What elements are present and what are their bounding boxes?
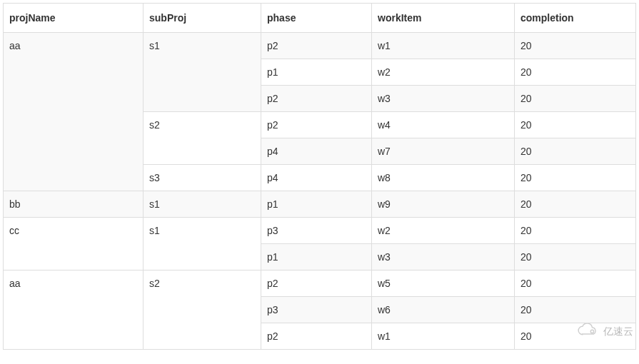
header-completion: completion (515, 4, 636, 33)
cell-phase: p2 (261, 33, 372, 59)
cell-phase: p1 (261, 191, 372, 218)
cell-workitem: w7 (372, 138, 515, 165)
table-header-row: projName subProj phase workItem completi… (4, 4, 636, 33)
cell-subproj: s1 (144, 191, 261, 218)
cell-workitem: w6 (372, 297, 515, 323)
cell-projname: bb (4, 191, 144, 218)
cell-completion: 20 (515, 86, 636, 112)
cell-workitem: w4 (372, 112, 515, 138)
cell-phase: p4 (261, 138, 372, 165)
cell-completion: 20 (515, 138, 636, 165)
cell-subproj: s3 (144, 165, 261, 191)
cell-workitem: w2 (372, 218, 515, 244)
cell-phase: p3 (261, 297, 372, 323)
cell-completion: 20 (515, 59, 636, 86)
cell-completion: 20 (515, 244, 636, 271)
cell-phase: p4 (261, 165, 372, 191)
cell-subproj: s1 (144, 218, 261, 271)
cell-subproj: s2 (144, 112, 261, 165)
table-row: aa s2 p2 w5 20 (4, 271, 636, 297)
cell-subproj: s2 (144, 271, 261, 350)
table-row: bb s1 p1 w9 20 (4, 191, 636, 218)
cell-projname: aa (4, 33, 144, 191)
cell-completion: 20 (515, 191, 636, 218)
header-projname: projName (4, 4, 144, 33)
data-table: projName subProj phase workItem completi… (3, 3, 636, 350)
header-workitem: workItem (372, 4, 515, 33)
cell-workitem: w1 (372, 33, 515, 59)
cell-phase: p2 (261, 86, 372, 112)
cell-workitem: w5 (372, 271, 515, 297)
cell-phase: p2 (261, 271, 372, 297)
cell-workitem: w1 (372, 323, 515, 350)
cell-workitem: w8 (372, 165, 515, 191)
cell-completion: 20 (515, 218, 636, 244)
cell-phase: p1 (261, 244, 372, 271)
cell-completion: 20 (515, 112, 636, 138)
cell-completion: 20 (515, 33, 636, 59)
cell-subproj: s1 (144, 33, 261, 112)
table-row: aa s1 p2 w1 20 (4, 33, 636, 59)
cell-phase: p1 (261, 59, 372, 86)
cell-projname: aa (4, 271, 144, 350)
cell-workitem: w3 (372, 86, 515, 112)
cell-phase: p3 (261, 218, 372, 244)
table-row: cc s1 p3 w2 20 (4, 218, 636, 244)
header-subproj: subProj (144, 4, 261, 33)
header-phase: phase (261, 4, 372, 33)
cell-completion: 20 (515, 297, 636, 323)
cell-phase: p2 (261, 112, 372, 138)
cell-completion: 20 (515, 323, 636, 350)
cell-completion: 20 (515, 271, 636, 297)
cell-workitem: w9 (372, 191, 515, 218)
cell-projname: cc (4, 218, 144, 271)
cell-workitem: w3 (372, 244, 515, 271)
cell-completion: 20 (515, 165, 636, 191)
cell-workitem: w2 (372, 59, 515, 86)
cell-phase: p2 (261, 323, 372, 350)
